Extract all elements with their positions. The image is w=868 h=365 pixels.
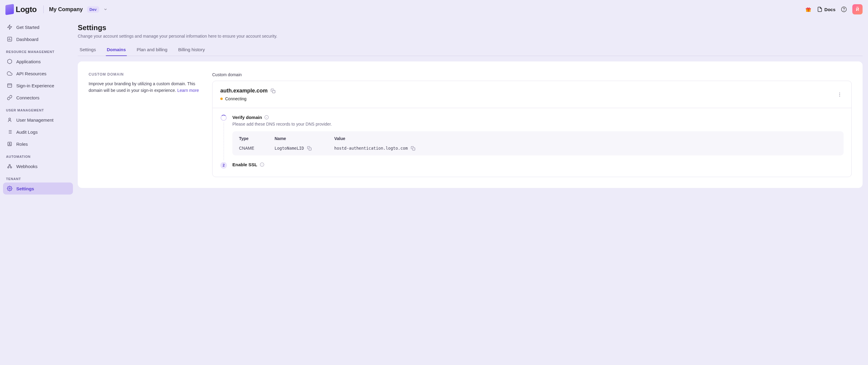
window-icon <box>7 82 13 89</box>
sidebar-group-title: TENANT <box>3 172 73 182</box>
sidebar-item-label: User Management <box>16 118 53 123</box>
svg-point-28 <box>839 96 840 96</box>
user-icon <box>7 117 13 123</box>
svg-point-27 <box>839 94 840 95</box>
bolt-icon <box>7 24 13 30</box>
info-icon[interactable] <box>260 162 264 167</box>
step-number: 2 <box>220 162 227 169</box>
svg-rect-33 <box>412 147 415 150</box>
sidebar-item-get-started[interactable]: Get Started <box>3 21 73 33</box>
sidebar-item-label: Connectors <box>16 95 39 100</box>
sidebar-item-label: Webhooks <box>16 164 38 169</box>
step-title: Enable SSL <box>232 162 257 167</box>
domain-name: auth.example.com <box>220 88 268 94</box>
status-dot-icon <box>220 98 223 100</box>
tab-domains[interactable]: Domains <box>107 44 126 56</box>
page-title: Settings <box>78 24 863 32</box>
logo[interactable]: Logto <box>5 4 37 14</box>
custom-domain-card: CUSTOM DOMAIN Improve your branding by u… <box>78 61 863 188</box>
hook-icon <box>7 163 13 169</box>
sidebar-item-audit-logs[interactable]: Audit Logs <box>3 126 73 138</box>
section-heading: CUSTOM DOMAIN <box>89 72 200 76</box>
svg-rect-32 <box>309 147 311 150</box>
avatar[interactable]: Й <box>852 4 863 14</box>
gear-icon <box>7 186 13 192</box>
svg-rect-25 <box>273 90 275 93</box>
sidebar-item-label: Applications <box>16 59 41 64</box>
sidebar-item-settings[interactable]: Settings <box>3 182 73 195</box>
sidebar-item-label: Roles <box>16 141 28 147</box>
logo-mark-icon <box>5 4 14 15</box>
sidebar-item-label: Dashboard <box>16 37 38 42</box>
copy-icon[interactable] <box>411 146 415 151</box>
svg-point-12 <box>9 118 10 120</box>
tabs: Settings Domains Plan and billing Billin… <box>78 44 863 56</box>
page-subtitle: Change your account settings and manage … <box>78 34 863 38</box>
document-icon <box>817 7 823 12</box>
sidebar-item-label: Audit Logs <box>16 130 38 135</box>
docs-link[interactable]: Docs <box>817 7 835 12</box>
chevron-down-icon[interactable] <box>103 7 107 11</box>
table-header-type: Type <box>239 136 269 143</box>
svg-point-4 <box>844 10 844 11</box>
svg-point-24 <box>9 188 10 190</box>
sidebar-item-roles[interactable]: Roles <box>3 138 73 150</box>
step-description: Please add these DNS records to your DNS… <box>232 122 844 127</box>
cloud-icon <box>7 70 13 76</box>
dns-name: LogtoNameLID <box>275 146 304 151</box>
copy-icon[interactable] <box>307 146 312 151</box>
sidebar: Get Started Dashboard RESOURCE MANAGEMEN… <box>0 19 76 365</box>
sidebar-item-signin-experience[interactable]: Sign-in Experience <box>3 79 73 92</box>
svg-point-26 <box>839 93 840 93</box>
svg-point-20 <box>9 143 10 144</box>
avatar-initial: Й <box>856 7 859 12</box>
sidebar-item-label: API Resources <box>16 71 46 76</box>
sidebar-item-dashboard[interactable]: Dashboard <box>3 33 73 45</box>
help-icon[interactable] <box>841 6 847 12</box>
table-header-name: Name <box>275 136 329 143</box>
dns-type: CNAME <box>239 146 269 151</box>
domain-box: auth.example.com Connecting <box>212 81 852 177</box>
gift-icon[interactable] <box>805 6 812 13</box>
sidebar-item-label: Get Started <box>16 25 39 30</box>
tab-plan-billing[interactable]: Plan and billing <box>137 44 167 56</box>
status-text: Connecting <box>225 96 247 101</box>
sidebar-item-webhooks[interactable]: Webhooks <box>3 160 73 172</box>
divider <box>43 5 44 13</box>
badge-icon <box>7 141 13 147</box>
svg-rect-2 <box>808 8 809 12</box>
svg-rect-10 <box>7 84 12 87</box>
table-header-value: Value <box>334 136 837 143</box>
sidebar-item-label: Sign-in Experience <box>16 83 54 88</box>
dns-value: hostd-authentication.logto.com <box>334 146 408 151</box>
logo-text: Logto <box>16 5 37 14</box>
link-icon <box>7 95 13 101</box>
tab-billing-history[interactable]: Billing history <box>178 44 205 56</box>
more-menu-icon[interactable] <box>836 91 844 98</box>
tenant-name[interactable]: My Company <box>49 6 83 13</box>
cube-icon <box>7 59 13 64</box>
info-icon[interactable] <box>264 115 269 120</box>
env-badge: Dev <box>87 6 99 13</box>
step-title: Verify domain <box>232 115 262 120</box>
field-label: Custom domain <box>212 72 852 77</box>
copy-icon[interactable] <box>271 89 276 93</box>
tab-settings[interactable]: Settings <box>80 44 96 56</box>
sidebar-group-title: AUTOMATION <box>3 150 73 160</box>
spinner-icon <box>221 115 227 121</box>
chart-icon <box>7 36 13 42</box>
docs-label: Docs <box>824 7 835 12</box>
section-description: Improve your branding by utilizing a cus… <box>89 81 200 94</box>
svg-marker-5 <box>7 25 12 30</box>
sidebar-item-label: Settings <box>16 186 34 191</box>
sidebar-group-title: USER MANAGEMENT <box>3 104 73 114</box>
step-connector <box>224 123 224 160</box>
sidebar-item-api-resources[interactable]: API Resources <box>3 67 73 79</box>
sidebar-group-title: RESOURCE MANAGEMENT <box>3 45 73 56</box>
sidebar-item-user-management[interactable]: User Management <box>3 114 73 126</box>
learn-more-link[interactable]: Learn more <box>177 88 199 93</box>
sidebar-item-connectors[interactable]: Connectors <box>3 92 73 104</box>
list-icon <box>7 129 13 135</box>
dns-table: Type Name Value CNAME LogtoNameLID <box>232 131 844 156</box>
sidebar-item-applications[interactable]: Applications <box>3 56 73 67</box>
